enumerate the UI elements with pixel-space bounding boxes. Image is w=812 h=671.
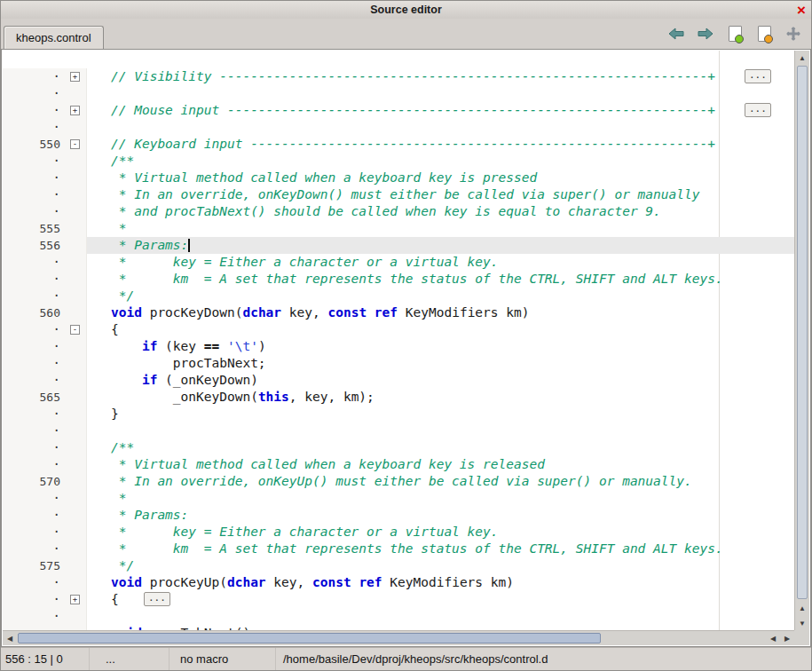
code-text[interactable]: * Virtual method called when a keyboard … bbox=[87, 170, 794, 186]
code-line[interactable]: · * In an override, onKeyDown() must eit… bbox=[3, 186, 794, 203]
code-line[interactable]: 570 * In an override, onKeyUp() must eit… bbox=[3, 473, 794, 490]
code-text[interactable]: * and procTabNext() should be called whe… bbox=[87, 203, 794, 220]
code-line[interactable]: 565 _onKeyDown(this, key, km); bbox=[3, 389, 794, 406]
code-line[interactable]: · bbox=[3, 422, 794, 439]
code-line[interactable]: ·/** bbox=[3, 439, 794, 456]
code-line[interactable]: ·-{ bbox=[3, 321, 794, 338]
code-line[interactable]: ·+// Mouse input -----------------------… bbox=[3, 102, 794, 119]
code-line[interactable]: · * Virtual method called when a keyboar… bbox=[3, 456, 794, 473]
code-line[interactable]: · * km = A set that represents the statu… bbox=[3, 271, 794, 288]
code-text[interactable] bbox=[87, 608, 794, 625]
code-line[interactable]: ·+// Visibility ------------------------… bbox=[3, 68, 794, 85]
fold-ellipsis-box[interactable]: ... bbox=[144, 592, 170, 606]
scroll-right-button[interactable]: ▶ bbox=[780, 631, 794, 645]
code-line[interactable]: ·/** bbox=[3, 153, 794, 170]
gutter-dot: · bbox=[3, 574, 63, 591]
code-line[interactable]: · * and procTabNext() should be called w… bbox=[3, 203, 794, 220]
code-line[interactable]: · if (_onKeyDown) bbox=[3, 372, 794, 389]
code-text[interactable]: _onKeyDown(this, key, km); bbox=[87, 389, 794, 406]
gutter-fold-column bbox=[63, 153, 87, 170]
code-text[interactable] bbox=[87, 422, 794, 439]
document-orange-button[interactable] bbox=[753, 23, 775, 44]
code-line[interactable]: · * Virtual method called when a keyboar… bbox=[3, 170, 794, 186]
scroll-up-button-secondary[interactable]: ▲ bbox=[795, 601, 809, 615]
code-line[interactable]: · if (key == '\t') bbox=[3, 338, 794, 355]
code-text[interactable]: // Keyboard input ----------------------… bbox=[87, 136, 794, 153]
code-text[interactable]: * Params: bbox=[87, 507, 794, 524]
code-line[interactable]: 560void procKeyDown(dchar key, const ref… bbox=[3, 304, 794, 321]
window-titlebar: Source editor × bbox=[1, 1, 811, 19]
gutter-fold-column bbox=[63, 473, 87, 490]
code-line[interactable]: · * km = A set that represents the statu… bbox=[3, 541, 794, 557]
code-line[interactable]: · procTabNext; bbox=[3, 355, 794, 372]
fold-ellipsis-box[interactable]: ... bbox=[745, 69, 771, 83]
code-text[interactable]: * key = Either a character or a virtual … bbox=[87, 254, 794, 271]
code-line[interactable]: · bbox=[3, 85, 794, 102]
code-text[interactable]: void procKeyDown(dchar key, const ref Ke… bbox=[87, 304, 794, 321]
code-line[interactable]: · * key = Either a character or a virtua… bbox=[3, 524, 794, 541]
document-green-button[interactable] bbox=[724, 23, 745, 44]
code-text[interactable]: {... bbox=[87, 591, 794, 608]
code-text[interactable] bbox=[87, 85, 794, 102]
code-line[interactable]: · bbox=[3, 608, 794, 625]
code-text[interactable]: /** bbox=[87, 439, 794, 456]
code-line[interactable]: · bbox=[3, 119, 794, 136]
code-text[interactable]: * Params: bbox=[87, 237, 794, 254]
code-line[interactable]: · * bbox=[3, 490, 794, 507]
code-text[interactable]: void procKeyUp(dchar key, const ref KeyM… bbox=[87, 574, 794, 591]
code-text[interactable]: * key = Either a character or a virtual … bbox=[87, 524, 794, 541]
code-text[interactable]: * bbox=[87, 220, 794, 237]
fold-toggle-icon[interactable]: - bbox=[70, 139, 80, 149]
code-line[interactable]: 556 * Params: bbox=[3, 237, 794, 254]
code-text[interactable]: // Mouse input -------------------------… bbox=[87, 102, 794, 119]
scroll-up-button[interactable]: ▲ bbox=[795, 51, 809, 65]
scroll-down-button[interactable]: ▼ bbox=[795, 616, 809, 630]
code-text[interactable]: /** bbox=[87, 153, 794, 170]
code-token: dchar bbox=[227, 575, 266, 589]
code-text[interactable]: * km = A set that represents the status … bbox=[87, 541, 794, 557]
scroll-left-button[interactable]: ◀ bbox=[3, 631, 17, 645]
code-text[interactable]: // Visibility --------------------------… bbox=[87, 68, 794, 85]
fold-toggle-icon[interactable]: + bbox=[70, 595, 80, 604]
vertical-scroll-thumb[interactable] bbox=[797, 66, 808, 599]
code-text[interactable]: * In an override, onKeyDown() must eithe… bbox=[87, 186, 794, 203]
close-icon[interactable]: × bbox=[797, 1, 806, 19]
code-line[interactable]: · * Params: bbox=[3, 507, 794, 524]
code-line[interactable]: ·} bbox=[3, 406, 794, 422]
fold-toggle-icon[interactable]: - bbox=[70, 325, 80, 335]
code-text[interactable]: * bbox=[87, 490, 794, 507]
code-text[interactable]: * km = A set that represents the status … bbox=[87, 271, 794, 288]
go-forward-button[interactable] bbox=[695, 23, 716, 44]
code-line[interactable]: ·+{... bbox=[3, 591, 794, 608]
code-text[interactable]: if (key == '\t') bbox=[87, 338, 794, 355]
tab-kheops-control[interactable]: kheops.control bbox=[4, 26, 104, 49]
fold-toggle-icon[interactable]: + bbox=[70, 72, 80, 82]
code-text[interactable]: procTabNext; bbox=[87, 355, 794, 372]
code-token: if bbox=[142, 373, 157, 387]
code-text[interactable]: * In an override, onKeyUp() must either … bbox=[87, 473, 794, 490]
detach-button[interactable] bbox=[783, 23, 804, 44]
code-line[interactable]: 550-// Keyboard input ------------------… bbox=[3, 136, 794, 153]
code-text[interactable]: if (_onKeyDown) bbox=[87, 372, 794, 389]
horizontal-scroll-thumb[interactable] bbox=[18, 633, 601, 643]
gutter-dot: · bbox=[3, 186, 63, 203]
code-text[interactable]: } bbox=[87, 406, 794, 422]
code-line[interactable]: · * key = Either a character or a virtua… bbox=[3, 254, 794, 271]
code-line[interactable]: 575 */ bbox=[3, 557, 794, 574]
code-line[interactable]: · */ bbox=[3, 288, 794, 304]
fold-toggle-icon[interactable]: + bbox=[70, 106, 80, 115]
code-line[interactable]: 555 * bbox=[3, 220, 794, 237]
vertical-scrollbar[interactable]: ▲ ▲ ▼ bbox=[794, 51, 809, 630]
code-line[interactable]: ·void procKeyUp(dchar key, const ref Key… bbox=[3, 574, 794, 591]
code-text[interactable]: */ bbox=[87, 557, 794, 574]
code-text[interactable]: { bbox=[87, 321, 794, 338]
gutter-fold-column: + bbox=[63, 591, 87, 608]
go-back-button[interactable] bbox=[666, 23, 687, 44]
fold-ellipsis-box[interactable]: ... bbox=[745, 103, 771, 117]
code-text[interactable]: * Virtual method called when a keyboard … bbox=[87, 456, 794, 473]
code-text[interactable]: */ bbox=[87, 288, 794, 304]
horizontal-scrollbar[interactable]: ◀ ◀ ▶ bbox=[3, 630, 794, 645]
scroll-left-button-secondary[interactable]: ◀ bbox=[766, 631, 780, 645]
code-token: * Params: bbox=[111, 508, 188, 522]
code-text[interactable] bbox=[87, 119, 794, 136]
